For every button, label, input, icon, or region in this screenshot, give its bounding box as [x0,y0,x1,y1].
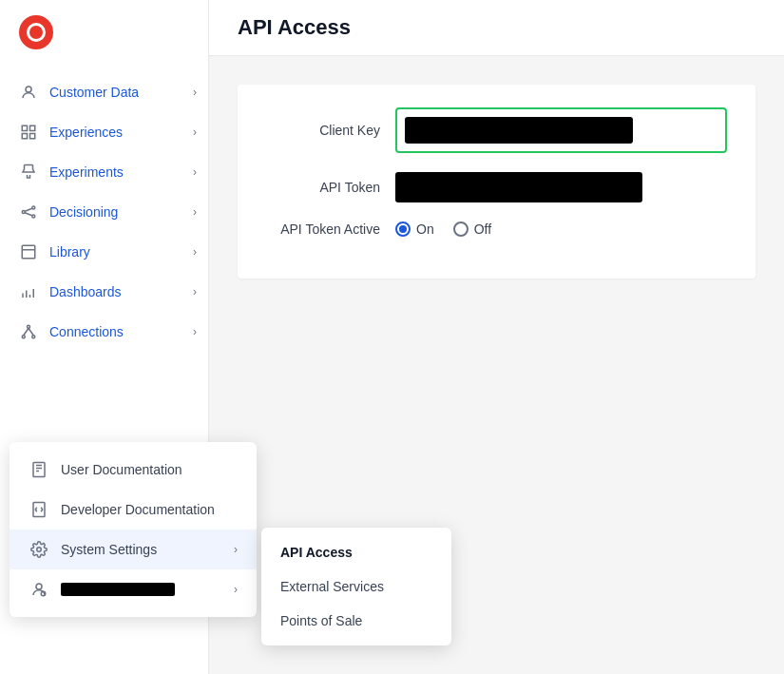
svg-point-7 [32,206,35,209]
radio-on-button[interactable] [395,221,411,237]
sidebar-item-experiences[interactable]: Experiences › [0,112,208,152]
experiences-icon [19,123,38,142]
svg-point-19 [32,336,35,338]
sub-popup-label-external-services: External Services [280,579,384,594]
api-token-row: API Token [266,172,727,202]
decisioning-icon [19,202,38,221]
svg-point-0 [26,87,31,92]
user-account-chevron-icon: › [234,583,238,596]
api-token-active-row: API Token Active On Off [266,221,727,237]
system-settings-icon [29,539,49,560]
radio-group: On Off [395,221,491,237]
main-header: API Access [209,0,784,56]
user-doc-icon [29,459,49,480]
popup-item-system-settings[interactable]: System Settings › [10,530,257,569]
svg-rect-11 [22,245,35,259]
radio-off[interactable]: Off [453,221,491,237]
client-key-value [405,117,633,144]
svg-point-8 [32,215,35,218]
svg-rect-1 [22,125,27,130]
svg-point-17 [28,325,30,328]
sidebar-label-library: Library [49,244,90,260]
sidebar-label-dashboards: Dashboards [49,284,122,299]
sidebar-label-connections: Connections [49,324,124,339]
connections-icon [19,322,38,341]
svg-point-29 [41,591,46,596]
sub-popup-item-api-access[interactable]: API Access [261,535,451,569]
sidebar-item-experiments[interactable]: Experiments › [0,152,208,192]
sidebar-item-connections[interactable]: Connections › [0,312,208,352]
radio-off-label: Off [474,221,491,237]
svg-line-10 [25,213,32,216]
client-key-wrapper [395,107,727,153]
system-settings-sub-popup: API Access External Services Points of S… [261,528,451,645]
svg-rect-3 [22,134,27,139]
svg-line-20 [24,328,29,336]
chevron-icon: › [193,125,197,139]
api-token-value [395,172,642,202]
popup-item-user-account[interactable]: › [10,569,257,609]
svg-line-9 [25,208,32,211]
popup-item-developer-doc[interactable]: Developer Documentation [10,490,257,530]
svg-rect-2 [30,125,35,130]
user-account-icon [29,579,49,600]
sub-popup-label-api-access: API Access [280,545,353,560]
radio-off-button[interactable] [453,221,468,237]
chevron-icon: › [193,325,197,338]
api-token-label: API Token [266,180,380,195]
chevron-icon: › [193,285,197,298]
experiments-icon [19,163,38,182]
svg-point-6 [22,211,25,214]
radio-on-label: On [416,221,434,237]
sidebar-item-dashboards[interactable]: Dashboards › [0,272,208,312]
popup-label-developer-doc: Developer Documentation [61,502,215,517]
svg-point-18 [22,336,25,338]
sidebar-label-experiments: Experiments [49,164,124,180]
page-title: API Access [238,15,755,40]
bottom-popup-menu: User Documentation Developer Documentati… [10,442,257,617]
svg-point-27 [37,548,42,552]
library-icon [19,242,38,261]
popup-item-user-doc[interactable]: User Documentation [10,450,257,490]
api-access-card: Client Key API Token API Token Active On [238,85,755,279]
sidebar-label-experiences: Experiences [49,125,123,140]
customer-data-icon [19,83,38,102]
sidebar-label-customer-data: Customer Data [49,85,139,100]
svg-point-28 [36,584,42,589]
sub-popup-item-external-services[interactable]: External Services [261,569,451,604]
sidebar-label-decisioning: Decisioning [49,204,118,220]
svg-line-21 [29,328,33,336]
sidebar-item-library[interactable]: Library › [0,232,208,272]
client-key-label: Client Key [266,123,380,138]
popup-label-user-doc: User Documentation [61,462,182,477]
sub-popup-label-points-of-sale: Points of Sale [280,613,362,628]
sidebar-item-decisioning[interactable]: Decisioning › [0,192,208,232]
system-settings-chevron-icon: › [234,543,238,556]
username-value [61,583,175,596]
dashboards-icon [19,282,38,301]
developer-doc-icon [29,499,49,520]
radio-on[interactable]: On [395,221,434,237]
chevron-icon: › [193,86,197,99]
chevron-icon: › [193,245,197,259]
chevron-icon: › [193,165,197,179]
svg-rect-4 [30,134,35,139]
sidebar-item-customer-data[interactable]: Customer Data › [0,72,208,112]
sub-popup-item-points-of-sale[interactable]: Points of Sale [261,604,451,638]
api-token-active-label: API Token Active [266,221,380,237]
chevron-icon: › [193,205,197,219]
logo-area [0,0,208,65]
app-logo[interactable] [19,15,53,49]
client-key-row: Client Key [266,107,727,153]
popup-label-system-settings: System Settings [61,542,157,557]
